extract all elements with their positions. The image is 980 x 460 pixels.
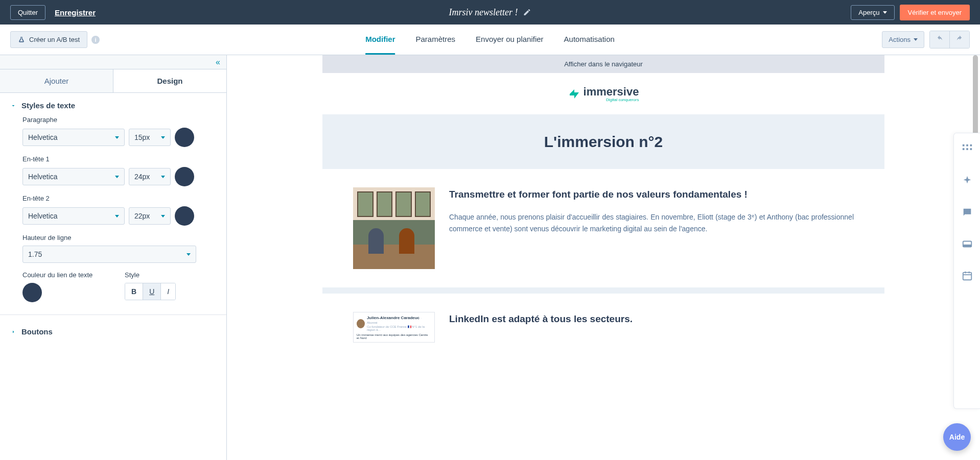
paragraphe-color-swatch[interactable] [175,128,194,147]
sidebar-tab-ajouter[interactable]: Ajouter [0,69,113,92]
article-1-image [353,187,435,269]
card-icon[interactable] [962,238,973,250]
row-lineheight: Hauteur de ligne 1.75 [22,234,216,263]
ab-test-button[interactable]: Créer un A/B test [10,31,87,48]
tab-automatisation[interactable]: Automatisation [564,25,615,55]
email-outer: Afficher dans le navigateur immersive Di… [322,55,884,358]
accordion-header-boutons[interactable]: Boutons [10,327,216,336]
chevron-down-icon [883,11,887,14]
linkedin-avatar [357,319,365,328]
linkedin-body: Un immense merci aux équipes des agences… [357,333,431,340]
chevron-down-icon [186,253,191,256]
sidebar-tabs: Ajouter Design [0,69,226,93]
secondary-nav: Créer un A/B test i Modifier Paramètres … [0,25,980,55]
article-1-text: Chaque année, nous prenons plaisir d'acc… [449,211,854,236]
entete1-size-select[interactable]: 24px [129,168,171,185]
linkedin-name: Julien-Alexandre Caradeuc [367,316,419,320]
lineheight-value: 1.75 [28,250,42,258]
row-entete1: En-tête 1 Helvetica 24px [22,155,216,186]
calendar-icon[interactable] [962,270,973,281]
entete1-size-value: 24px [134,173,150,181]
article-2[interactable]: Julien-Alexandre Caradeuc · Abonné Co-fo… [322,287,884,358]
undo-button[interactable] [930,31,949,48]
row-paragraphe: Paragraphe Helvetica 15px [22,116,216,147]
row-link-style: Couleur du lien de texte Style B U I [22,271,216,302]
help-button[interactable]: Aide [943,423,971,451]
logo-section[interactable]: immersive Digital conquerors [322,73,884,115]
info-icon[interactable]: i [91,36,100,44]
grid-icon[interactable] [962,143,973,155]
article-2-image: Julien-Alexandre Caradeuc · Abonné Co-fo… [353,312,435,343]
style-buttons: B U I [125,283,176,300]
chevron-down-icon [115,215,119,217]
lineheight-select[interactable]: 1.75 [22,246,196,263]
paragraphe-font-select[interactable]: Helvetica [22,129,125,146]
chevron-down-icon [161,215,165,217]
bold-button[interactable]: B [125,283,143,300]
hero-section[interactable]: L'immersion n°2 [322,115,884,169]
sidebar: « Ajouter Design Styles de texte Paragra… [0,55,227,460]
entete1-font-select[interactable]: Helvetica [22,168,125,185]
paragraphe-label: Paragraphe [22,116,216,124]
paragraphe-size-value: 15px [134,133,150,141]
paragraphe-font-value: Helvetica [28,133,58,141]
svg-rect-7 [963,245,971,247]
chevron-down-icon [161,176,165,178]
divider [0,314,226,315]
verify-send-button[interactable]: Vérifier et envoyer [900,5,970,20]
secondnav-right: Actions [882,31,970,49]
preview-button[interactable]: Aperçu [851,5,894,20]
entete1-color-swatch[interactable] [175,167,194,186]
tab-envoyer[interactable]: Envoyer ou planifier [476,25,544,55]
chevron-down-icon [115,136,119,139]
tab-parametres[interactable]: Paramètres [416,25,456,55]
sparkle-icon[interactable] [962,175,973,186]
undo-redo-group [929,31,970,49]
accordion-text-styles: Styles de texte Paragraphe Helvetica 15p… [0,93,226,310]
svg-rect-8 [963,273,971,280]
svg-rect-3 [962,148,964,150]
view-in-browser-bar: Afficher dans le navigateur [322,55,884,73]
actions-button[interactable]: Actions [882,31,924,48]
redo-button[interactable] [949,31,969,48]
quit-button[interactable]: Quitter [10,5,45,20]
italic-button[interactable]: I [160,283,175,300]
entete2-color-swatch[interactable] [175,206,194,226]
entete2-font-select[interactable]: Helvetica [22,207,125,225]
view-in-browser-link[interactable]: Afficher dans le navigateur [564,60,643,68]
collapse-bar: « [0,55,226,69]
main-tabs: Modifier Paramètres Envoyer ou planifier… [365,25,615,55]
chat-icon[interactable] [962,207,973,218]
article-1-body: Transmettre et former font partie de nos… [449,187,854,269]
pencil-icon[interactable] [523,8,531,16]
article-1[interactable]: Transmettre et former font partie de nos… [322,169,884,287]
tab-modifier[interactable]: Modifier [365,25,395,55]
linkcolor-swatch[interactable] [22,283,42,302]
boutons-label: Boutons [21,327,53,336]
svg-rect-5 [970,148,972,150]
topbar-left: Quitter Enregistrer [10,5,96,20]
entete1-font-value: Helvetica [28,173,58,181]
logo: immersive Digital conquerors [568,85,639,102]
entete1-label: En-tête 1 [22,155,216,163]
canvas[interactable]: Afficher dans le navigateur immersive Di… [227,55,980,460]
logo-text: immersive [584,85,639,98]
sidebar-tab-design[interactable]: Design [113,69,226,92]
underline-button[interactable]: U [143,283,160,300]
paragraphe-size-select[interactable]: 15px [129,129,171,146]
topbar: Quitter Enregistrer Imrsiv newsletter ! … [0,0,980,25]
lineheight-label: Hauteur de ligne [22,234,216,241]
save-link[interactable]: Enregistrer [55,8,96,17]
text-styles-label: Styles de texte [21,101,75,110]
email-preview: Afficher dans le navigateur immersive Di… [322,55,884,460]
entete2-label: En-tête 2 [22,195,216,202]
right-rail [953,133,980,409]
entete1-controls: Helvetica 24px [22,167,216,186]
accordion-header-text-styles[interactable]: Styles de texte [10,101,216,110]
linkcolor-label: Couleur du lien de texte [22,271,109,279]
flask-icon [18,36,25,43]
logo-subtitle: Digital conquerors [584,98,639,102]
entete2-size-select[interactable]: 22px [129,207,171,225]
collapse-icon[interactable]: « [216,58,220,67]
document-title[interactable]: Imrsiv newsletter ! [449,7,518,18]
